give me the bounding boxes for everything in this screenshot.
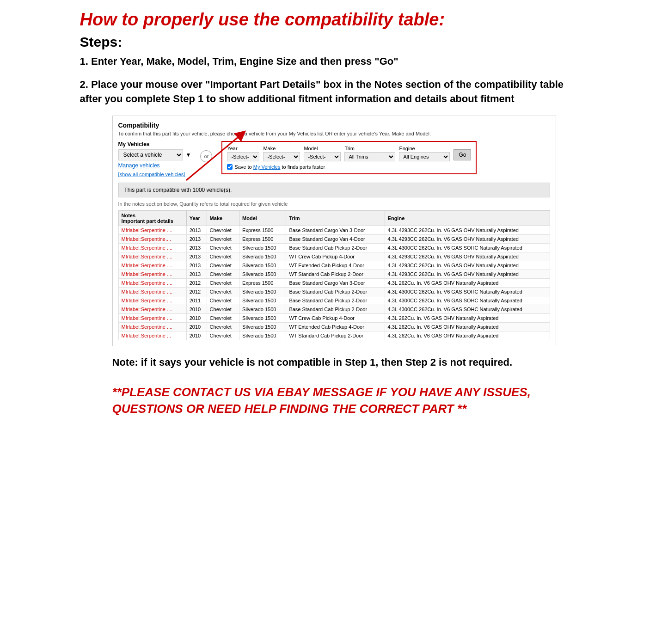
engine-select[interactable]: All Engines — [399, 152, 450, 161]
trim-field: Trim All Trims — [344, 146, 395, 161]
table-row: Mfrlabel:Serpentine ....2013ChevroletExp… — [118, 226, 550, 234]
table-body: Mfrlabel:Serpentine ....2013ChevroletExp… — [118, 226, 550, 340]
year-cell: 2010 — [186, 305, 207, 313]
table-row: Mfrlabel:Serpentine ....2013ChevroletSil… — [118, 252, 550, 261]
year-cell: 2013 — [186, 261, 207, 270]
trim-cell: WT Extended Cab Pickup 4-Door — [286, 261, 385, 270]
engine-field: Engine All Engines — [399, 146, 450, 161]
model-field: Model -Select- — [304, 146, 341, 161]
year-cell: 2010 — [186, 322, 207, 331]
table-row: Mfrlabel:Serpentine ...2010ChevroletSilv… — [118, 331, 550, 340]
contact-section: **PLEASE CONTACT US VIA EBAY MESSAGE IF … — [112, 384, 556, 417]
manage-vehicles-link[interactable]: Manage vehicles — [118, 162, 191, 169]
table-row: Mfrlabel:Serpentine ....2010ChevroletSil… — [118, 305, 550, 313]
engine-cell: 4.3L 4293CC 262Cu. In. V6 GAS OHV Natura… — [385, 270, 550, 278]
show-all-link[interactable]: [show all compatible vehicles] — [118, 172, 185, 177]
notes-cell: Mfrlabel:Serpentine .... — [118, 261, 186, 270]
trim-cell: Base Standard Cab Pickup 2-Door — [286, 287, 385, 296]
model-cell: Silverado 1500 — [239, 322, 286, 331]
save-checkbox[interactable] — [227, 164, 233, 170]
engine-cell: 4.3L 262Cu. In. V6 GAS OHV Naturally Asp… — [385, 322, 550, 331]
make-cell: Chevrolet — [207, 313, 239, 322]
make-cell: Chevrolet — [207, 261, 239, 270]
step1-text: 1. Enter Year, Make, Model, Trim, Engine… — [80, 55, 588, 69]
step2-text: 2. Place your mouse over "Important Part… — [80, 78, 588, 106]
model-cell: Silverado 1500 — [239, 243, 286, 252]
trim-cell: Base Standard Cab Pickup 2-Door — [286, 296, 385, 305]
year-select[interactable]: -Select- — [227, 152, 259, 161]
make-cell: Chevrolet — [207, 252, 239, 261]
year-label: Year — [227, 146, 259, 151]
make-cell: Chevrolet — [207, 322, 239, 331]
model-cell: Silverado 1500 — [239, 305, 286, 313]
notes-cell: Mfrlabel:Serpentine ... — [118, 331, 186, 340]
engine-header: Engine — [385, 210, 550, 226]
engine-cell: 4.3L 4300CC 262Cu. In. V6 GAS SOHC Natur… — [385, 296, 550, 305]
model-cell: Silverado 1500 — [239, 313, 286, 322]
trim-select[interactable]: All Trims — [344, 152, 395, 161]
notes-cell: Mfrlabel:Serpentine .... — [118, 270, 186, 278]
trim-cell: WT Extended Cab Pickup 4-Door — [286, 322, 385, 331]
trim-cell: Base Standard Cab Pickup 2-Door — [286, 243, 385, 252]
year-header: Year — [186, 210, 207, 226]
trim-cell: WT Standard Cab Pickup 2-Door — [286, 270, 385, 278]
trim-cell: WT Crew Cab Pickup 4-Door — [286, 252, 385, 261]
model-select[interactable]: -Select- — [304, 152, 341, 161]
engine-cell: 4.3L 4293CC 262Cu. In. V6 GAS OHV Natura… — [385, 226, 550, 234]
notes-cell: Mfrlabel:Serpentine .... — [118, 226, 186, 234]
engine-cell: 4.3L 262Cu. In. V6 GAS OHV Naturally Asp… — [385, 313, 550, 322]
my-vehicles-link[interactable]: My Vehicles — [253, 164, 281, 170]
table-row: Mfrlabel:Serpentine ....2013ChevroletSil… — [118, 270, 550, 278]
notes-cell: Mfrlabel:Serpentine .... — [118, 296, 186, 305]
year-cell: 2011 — [186, 296, 207, 305]
save-row-text: Save to My Vehicles to finds parts faste… — [234, 164, 325, 170]
engine-label: Engine — [399, 146, 450, 151]
model-cell: Silverado 1500 — [239, 261, 286, 270]
notes-cell: Mfrlabel:Serpentine.... — [118, 234, 186, 243]
engine-cell: 4.3L 4293CC 262Cu. In. V6 GAS OHV Natura… — [385, 261, 550, 270]
table-header-row: Notes Important part details Year Make M… — [118, 210, 550, 226]
year-cell: 2012 — [186, 278, 207, 287]
go-button[interactable]: Go — [454, 149, 471, 160]
make-cell: Chevrolet — [207, 243, 239, 252]
year-cell: 2013 — [186, 226, 207, 234]
make-select[interactable]: -Select- — [263, 152, 300, 161]
notes-cell: Mfrlabel:Serpentine .... — [118, 305, 186, 313]
table-row: Mfrlabel:Serpentine ....2010ChevroletSil… — [118, 313, 550, 322]
model-cell: Silverado 1500 — [239, 287, 286, 296]
year-cell: 2013 — [186, 270, 207, 278]
main-title: How to properly use the compatibility ta… — [80, 9, 588, 31]
trim-cell: Base Standard Cargo Van 3-Door — [286, 278, 385, 287]
or-separator: or — [200, 150, 212, 162]
table-row: Mfrlabel:Serpentine ....2013ChevroletSil… — [118, 243, 550, 252]
notes-text: In the notes section below, Quantity ref… — [118, 201, 550, 207]
dropdown-arrow-icon: ▼ — [186, 152, 191, 158]
year-field: Year -Select- — [227, 146, 259, 161]
my-vehicles-label: My Vehicles — [118, 141, 191, 147]
table-row: Mfrlabel:Serpentine ....2012ChevroletSil… — [118, 287, 550, 296]
year-cell: 2010 — [186, 313, 207, 322]
engine-cell: 4.3L 4293CC 262Cu. In. V6 GAS OHV Natura… — [385, 252, 550, 261]
year-cell: 2013 — [186, 243, 207, 252]
trim-cell: WT Crew Cab Pickup 4-Door — [286, 313, 385, 322]
make-cell: Chevrolet — [207, 278, 239, 287]
vehicle-select[interactable]: Select a vehicle — [118, 149, 183, 160]
model-cell: Silverado 1500 — [239, 296, 286, 305]
my-vehicles-column: My Vehicles Select a vehicle ▼ Manage ve… — [118, 141, 191, 178]
table-row: Mfrlabel:Serpentine ....2013ChevroletSil… — [118, 261, 550, 270]
model-cell: Silverado 1500 — [239, 270, 286, 278]
make-cell: Chevrolet — [207, 287, 239, 296]
make-cell: Chevrolet — [207, 234, 239, 243]
notes-cell: Mfrlabel:Serpentine .... — [118, 313, 186, 322]
make-header: Make — [207, 210, 239, 226]
engine-cell: 4.3L 4300CC 262Cu. In. V6 GAS SOHC Natur… — [385, 305, 550, 313]
notes-sub-header: Important part details — [122, 218, 173, 224]
engine-cell: 4.3L 262Cu. In. V6 GAS OHV Naturally Asp… — [385, 278, 550, 287]
year-cell: 2010 — [186, 331, 207, 340]
engine-cell: 4.3L 262Cu. In. V6 GAS OHV Naturally Asp… — [385, 331, 550, 340]
model-cell: Express 1500 — [239, 278, 286, 287]
make-label: Make — [263, 146, 300, 151]
notes-header: Notes Important part details — [118, 210, 186, 226]
make-cell: Chevrolet — [207, 296, 239, 305]
compatible-banner: This part is compatible with 1000 vehicl… — [118, 183, 550, 197]
